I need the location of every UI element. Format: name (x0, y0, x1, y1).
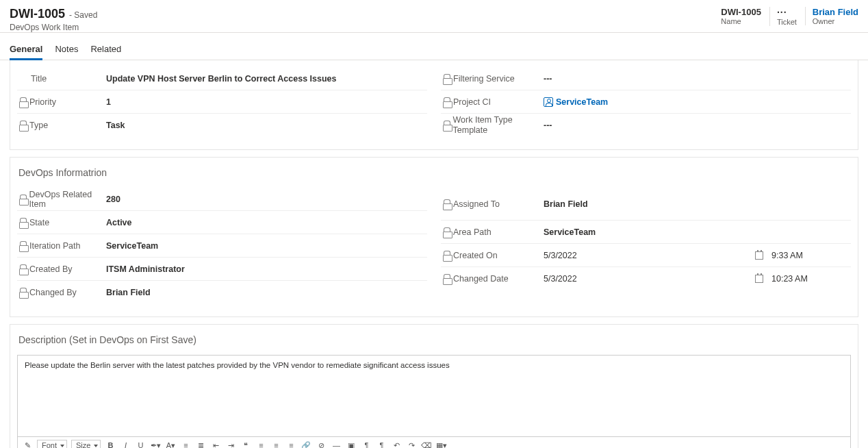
tab-related[interactable]: Related (90, 44, 121, 60)
field-createdon[interactable]: Created On 5/3/2022 9:33 AM (441, 244, 851, 267)
lock-icon (20, 288, 27, 295)
record-id: DWI-1005 (10, 7, 65, 21)
numbering-button[interactable]: ≣ (195, 439, 206, 448)
save-status: - Saved (69, 10, 97, 20)
team-icon (544, 97, 553, 107)
field-iteration[interactable]: Iteration Path ServiceTeam (17, 234, 427, 258)
align-center-button[interactable]: ≡ (270, 439, 281, 448)
brush-icon[interactable]: ✎ (22, 439, 33, 448)
header-left: DWI-1005 - Saved DevOps Work Item (10, 7, 97, 32)
section-devops: DevOps Informatrion DevOps Related Item … (10, 157, 858, 317)
quote-button[interactable]: ❝ (240, 439, 251, 448)
value-state: Active (106, 218, 427, 227)
lock-icon (444, 121, 450, 127)
header-ticket-label: Ticket (777, 18, 797, 26)
field-changedby[interactable]: Changed By Brian Field (17, 281, 427, 304)
label-state: State (29, 218, 49, 227)
tab-general[interactable]: General (10, 44, 42, 60)
header-owner[interactable]: Brian Field Owner (805, 7, 858, 25)
value-area: ServiceTeam (544, 227, 851, 237)
lock-icon (444, 227, 450, 234)
value-createdon-time: 9:33 AM (771, 251, 803, 260)
field-area[interactable]: Area Path ServiceTeam (441, 221, 851, 244)
lock-icon (20, 241, 27, 248)
label-template: Work Item Type Template (453, 115, 544, 136)
value-changeddate-date: 5/3/2022 (544, 274, 755, 284)
record-type: DevOps Work Item (10, 23, 97, 32)
field-priority[interactable]: Priority 1 (17, 90, 427, 114)
label-type: Type (29, 121, 48, 130)
label-createdon: Created On (453, 251, 498, 260)
rich-text-toolbar: ✎ Font Size B I U ✒▾ A▾ ≡ ≣ ⇤ ⇥ ❝ ≡ ≡ ≡ … (17, 437, 851, 448)
field-assigned[interactable]: Assigned To Brian Field (441, 188, 851, 221)
align-left-button[interactable]: ≡ (255, 439, 266, 448)
field-project-ci[interactable]: Project CI ServiceTeam (441, 90, 851, 114)
field-type[interactable]: Type Task (17, 114, 427, 137)
indent-button[interactable]: ⇥ (225, 439, 236, 448)
clear-button[interactable]: ⌫ (421, 439, 432, 448)
value-changeddate-time: 10:23 AM (771, 274, 808, 284)
header-ticket-value: ··· (777, 7, 787, 18)
undo-button[interactable]: ↶ (391, 439, 402, 448)
header-name-label: Name (721, 17, 741, 25)
calendar-icon (755, 275, 763, 283)
field-title[interactable]: Title Update VPN Host Server Berlin to C… (17, 67, 427, 90)
ltr-button[interactable]: ¶ (361, 439, 372, 448)
italic-button[interactable]: I (120, 439, 131, 448)
lock-icon (20, 121, 27, 127)
highlight-button[interactable]: ✒▾ (150, 439, 161, 448)
value-title: Update VPN Host Server Berlin to Correct… (106, 74, 427, 84)
bullets-button[interactable]: ≡ (180, 439, 191, 448)
lock-icon (444, 74, 450, 81)
lock-icon (20, 264, 27, 271)
underline-button[interactable]: U (135, 439, 146, 448)
header-name-value: DWI-1005 (721, 7, 761, 17)
lock-icon (444, 274, 450, 281)
value-createdon-date: 5/3/2022 (544, 251, 755, 260)
header-owner-label: Owner (813, 17, 834, 25)
value-related-item: 280 (106, 195, 427, 204)
header-right: DWI-1005 Name ··· Ticket Brian Field Own… (721, 7, 858, 26)
value-template: --- (544, 121, 851, 130)
rtl-button[interactable]: ¶ (376, 439, 387, 448)
font-select[interactable]: Font (37, 440, 67, 448)
outdent-button[interactable]: ⇤ (210, 439, 221, 448)
size-select[interactable]: Size (71, 440, 101, 448)
header-name: DWI-1005 Name (721, 7, 761, 25)
description-editor[interactable]: Please update the Berlin server with the… (17, 355, 851, 437)
value-filtering: --- (544, 74, 851, 84)
redo-button[interactable]: ↷ (406, 439, 417, 448)
section-general: Title Update VPN Host Server Berlin to C… (10, 60, 858, 150)
lock-icon (20, 218, 27, 225)
field-related-item[interactable]: DevOps Related Item 280 (17, 188, 427, 211)
align-right-button[interactable]: ≡ (285, 439, 296, 448)
header-ticket[interactable]: ··· Ticket (769, 7, 797, 26)
value-assigned: Brian Field (544, 199, 851, 209)
lock-icon (444, 97, 450, 104)
section-description: Description (Set in DevOps on First Save… (10, 324, 858, 448)
label-iteration: Iteration Path (29, 241, 80, 251)
lock-icon (20, 97, 27, 104)
unlink-button[interactable]: ⊘ (316, 439, 327, 448)
field-createdby[interactable]: Created By ITSM Administrator (17, 258, 427, 281)
value-type: Task (106, 121, 427, 130)
value-createdby: ITSM Administrator (106, 264, 427, 274)
field-template[interactable]: Work Item Type Template --- (441, 114, 851, 137)
table-button[interactable]: ▦▾ (436, 439, 447, 448)
field-changeddate[interactable]: Changed Date 5/3/2022 10:23 AM (441, 267, 851, 290)
tab-notes[interactable]: Notes (55, 44, 78, 60)
field-filtering[interactable]: Filtering Service --- (441, 67, 851, 90)
fontcolor-button[interactable]: A▾ (165, 439, 176, 448)
image-button[interactable]: ▣ (346, 439, 357, 448)
hr-button[interactable]: — (331, 439, 342, 448)
bold-button[interactable]: B (105, 439, 116, 448)
calendar-icon (755, 251, 763, 260)
value-changedby: Brian Field (106, 288, 427, 297)
section-devops-title: DevOps Informatrion (17, 164, 851, 184)
page-header: DWI-1005 - Saved DevOps Work Item DWI-10… (0, 0, 868, 33)
link-button[interactable]: 🔗 (301, 439, 311, 448)
label-project-ci: Project CI (453, 97, 491, 107)
lock-icon (20, 195, 27, 201)
header-owner-value: Brian Field (813, 7, 858, 17)
field-state[interactable]: State Active (17, 211, 427, 234)
